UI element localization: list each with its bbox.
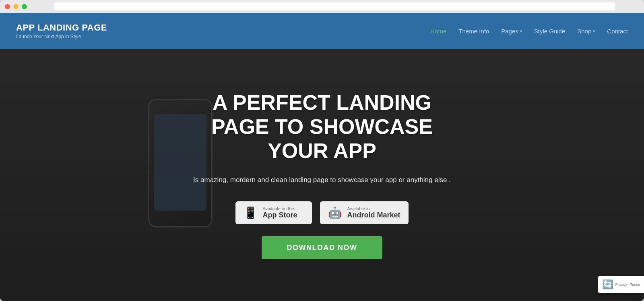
nav-link-contact[interactable]: Contact bbox=[607, 28, 628, 35]
app-store-button[interactable]: 📱 Available on the App Store bbox=[235, 201, 312, 224]
recaptcha-badge: 🔄 Privacy · Terms bbox=[598, 276, 644, 293]
titlebar bbox=[0, 0, 644, 13]
site-content: APP LANDING PAGE Launch Your Next App in… bbox=[0, 13, 644, 301]
download-button[interactable]: DOWNLOAD NOW bbox=[262, 236, 382, 259]
android-store-text: Available in Android Market bbox=[347, 206, 400, 219]
nav-link-home[interactable]: Home bbox=[430, 28, 446, 35]
apple-icon: 📱 bbox=[244, 206, 258, 219]
nav-links: Home Theme Info Pages ▾ Style Guide Shop… bbox=[430, 28, 628, 35]
app-store-text: Available on the App Store bbox=[262, 206, 297, 219]
shop-arrow-icon: ▾ bbox=[593, 29, 595, 33]
brand-subtitle: Launch Your Next App in Style bbox=[16, 34, 107, 39]
app-store-label: Available on the bbox=[262, 206, 297, 211]
nav-link-style-guide[interactable]: Style Guide bbox=[534, 28, 566, 35]
navbar: APP LANDING PAGE Launch Your Next App in… bbox=[0, 13, 644, 49]
recaptcha-icon: 🔄 bbox=[602, 279, 613, 290]
close-button[interactable] bbox=[5, 4, 10, 9]
recaptcha-text: Privacy · Terms bbox=[615, 282, 640, 287]
hero-title: A PERFECT LANDING PAGE TO SHOWCASE YOUR … bbox=[187, 91, 457, 163]
pages-arrow-icon: ▾ bbox=[520, 29, 522, 33]
nav-link-shop[interactable]: Shop ▾ bbox=[577, 28, 595, 35]
browser-window: APP LANDING PAGE Launch Your Next App in… bbox=[0, 0, 644, 301]
android-label: Available in bbox=[347, 206, 400, 211]
maximize-button[interactable] bbox=[22, 4, 27, 9]
nav-link-theme-info[interactable]: Theme Info bbox=[458, 28, 489, 35]
app-store-name: App Store bbox=[262, 211, 297, 219]
brand-title[interactable]: APP LANDING PAGE bbox=[16, 23, 107, 33]
android-icon: 🤖 bbox=[328, 206, 342, 219]
android-store-button[interactable]: 🤖 Available in Android Market bbox=[320, 201, 408, 224]
nav-link-pages[interactable]: Pages ▾ bbox=[501, 28, 522, 35]
minimize-button[interactable] bbox=[13, 4, 19, 9]
hero-section: A PERFECT LANDING PAGE TO SHOWCASE YOUR … bbox=[0, 49, 644, 301]
store-buttons: 📱 Available on the App Store 🤖 Available… bbox=[187, 201, 457, 224]
hero-content: A PERFECT LANDING PAGE TO SHOWCASE YOUR … bbox=[171, 75, 473, 275]
android-name: Android Market bbox=[347, 211, 400, 219]
brand: APP LANDING PAGE Launch Your Next App in… bbox=[16, 23, 107, 39]
address-bar[interactable] bbox=[54, 2, 615, 10]
hero-subtitle: Is amazing, mordern and clean landing pa… bbox=[187, 174, 457, 185]
